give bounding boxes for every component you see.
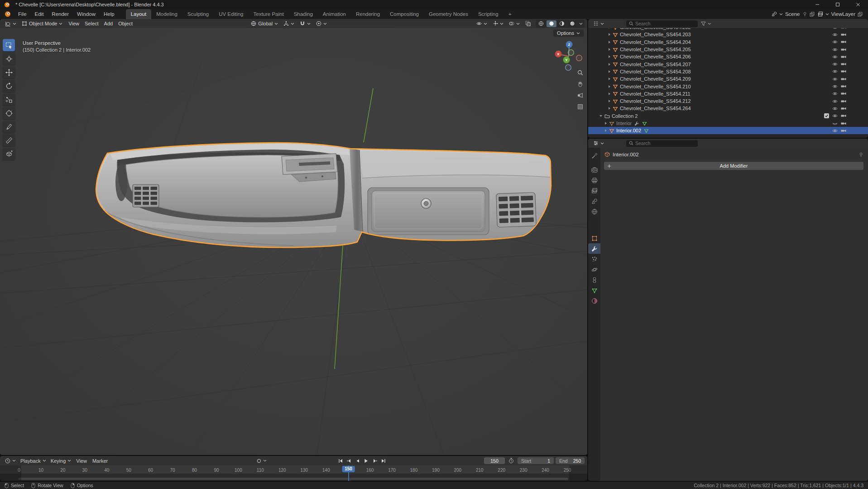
move-tool[interactable] xyxy=(3,66,15,78)
outliner-row[interactable]: Interior xyxy=(588,120,868,127)
workspace-tab[interactable]: Rendering xyxy=(351,9,385,19)
render-camera-icon[interactable] xyxy=(841,28,846,29)
editor-type-button[interactable] xyxy=(591,19,606,28)
axis-neg-x[interactable] xyxy=(576,55,582,61)
hide-eye-icon[interactable] xyxy=(832,62,838,66)
options-dropdown[interactable]: Options xyxy=(553,29,584,37)
render-camera-icon[interactable] xyxy=(841,121,846,126)
viewport-menu-item[interactable]: Select xyxy=(82,19,101,28)
marker-menu[interactable]: Marker xyxy=(90,456,110,465)
hide-eye-icon[interactable] xyxy=(832,99,838,103)
outliner-row[interactable]: Chevrolet_Chevelle_SS454.211 xyxy=(588,90,868,97)
jump-to-end-button[interactable] xyxy=(379,457,388,465)
play-reverse-button[interactable] xyxy=(354,457,362,465)
xray-toggle[interactable] xyxy=(523,19,533,28)
main-menu-item[interactable]: Window xyxy=(73,9,100,19)
expand-icon[interactable] xyxy=(608,92,611,96)
expand-icon[interactable] xyxy=(604,121,607,125)
expand-icon[interactable] xyxy=(608,28,611,29)
rotate-tool[interactable] xyxy=(3,80,15,92)
timeline-ruler[interactable]: 0102030405060708090100110120130140150160… xyxy=(0,465,587,474)
axis-neg-y[interactable] xyxy=(568,50,574,56)
start-frame-field[interactable]: Start 1 xyxy=(518,457,554,464)
transform-tool[interactable] xyxy=(3,107,15,119)
pin-icon[interactable] xyxy=(858,152,863,157)
hide-eye-icon[interactable] xyxy=(832,28,838,29)
jump-to-start-button[interactable] xyxy=(336,457,345,465)
outliner-row[interactable]: Chevrolet_Chevelle_SS454.212 xyxy=(588,97,868,105)
ortho-toggle-icon[interactable] xyxy=(577,104,583,110)
select-box-tool[interactable] xyxy=(3,39,15,51)
cursor-tool[interactable] xyxy=(3,53,15,65)
expand-icon[interactable] xyxy=(608,40,611,44)
gizmos-dropdown[interactable] xyxy=(490,19,506,28)
hide-eye-icon[interactable] xyxy=(832,84,838,88)
tab-view-layer[interactable] xyxy=(588,185,600,196)
viewport-menu-item[interactable]: Object xyxy=(115,19,135,28)
new-viewlayer-icon[interactable] xyxy=(858,12,863,17)
expand-icon[interactable] xyxy=(608,63,611,66)
timeline-scrollbar[interactable] xyxy=(18,478,568,480)
render-camera-icon[interactable] xyxy=(841,55,846,59)
mode-dropdown[interactable]: Object Mode xyxy=(19,19,65,28)
expand-icon[interactable] xyxy=(608,85,611,88)
expand-icon[interactable] xyxy=(608,107,611,110)
workspace-tab[interactable]: Sculpting xyxy=(182,9,214,19)
tab-world[interactable] xyxy=(588,206,600,217)
workspace-tab[interactable]: Animation xyxy=(318,9,351,19)
expand-icon[interactable] xyxy=(608,48,611,51)
current-frame-field[interactable]: 150 xyxy=(484,457,505,464)
expand-icon[interactable] xyxy=(608,55,611,58)
expand-icon[interactable] xyxy=(608,77,611,81)
expand-icon[interactable] xyxy=(604,129,607,132)
workspace-tab[interactable]: Modeling xyxy=(151,9,182,19)
minimize-button[interactable] xyxy=(807,0,827,9)
tab-tool[interactable] xyxy=(588,150,600,161)
outliner-row[interactable]: Chevrolet_Chevelle_SS454.206 xyxy=(588,53,868,60)
render-camera-icon[interactable] xyxy=(841,62,846,66)
stopwatch-icon[interactable] xyxy=(508,458,514,464)
hide-eye-icon[interactable] xyxy=(832,69,838,73)
tab-constraints[interactable] xyxy=(588,275,600,285)
tab-physics[interactable] xyxy=(588,264,600,275)
hide-eye-icon[interactable] xyxy=(832,77,838,81)
playback-menu[interactable]: Playback xyxy=(18,456,48,465)
main-menu-item[interactable]: Help xyxy=(100,9,119,19)
measure-tool[interactable] xyxy=(3,134,15,146)
playhead[interactable]: 150 xyxy=(348,465,349,481)
tab-material[interactable] xyxy=(588,295,600,306)
navigation-gizmo[interactable]: Z X Y xyxy=(551,39,585,73)
collection-checkbox[interactable] xyxy=(824,113,829,118)
workspace-tab[interactable]: Shading xyxy=(289,9,318,19)
main-menu-item[interactable]: Render xyxy=(48,9,73,19)
render-camera-icon[interactable] xyxy=(841,69,846,73)
tab-render[interactable] xyxy=(588,165,600,175)
outliner-row[interactable]: Chevrolet_Chevelle_SS454.208 xyxy=(588,68,868,75)
workspace-tab[interactable]: Scripting xyxy=(473,9,504,19)
viewport-menu-item[interactable]: Add xyxy=(101,19,116,28)
outliner-row[interactable]: Chevrolet_Chevelle_SS454.210 xyxy=(588,82,868,90)
hide-eye-icon[interactable] xyxy=(832,114,838,118)
shading-material-button[interactable] xyxy=(557,20,567,27)
hide-eye-icon[interactable] xyxy=(832,48,838,52)
next-keyframe-button[interactable] xyxy=(371,457,379,465)
prev-keyframe-button[interactable] xyxy=(345,457,354,465)
outliner-row[interactable]: Chevrolet_Chevelle_SS454.264 xyxy=(588,105,868,112)
new-scene-icon[interactable] xyxy=(810,12,815,17)
viewport-menu-item[interactable]: View xyxy=(66,19,82,28)
workspace-tab[interactable]: UV Editing xyxy=(214,9,248,19)
hide-eye-icon[interactable] xyxy=(832,129,838,133)
render-camera-icon[interactable] xyxy=(841,40,846,44)
tab-output[interactable] xyxy=(588,175,600,185)
overlays-dropdown[interactable] xyxy=(507,19,522,28)
viewport-canvas[interactable]: User Perspective (150) Collection 2 | In… xyxy=(0,28,587,455)
render-camera-icon[interactable] xyxy=(841,129,846,133)
workspace-tab[interactable]: Compositing xyxy=(385,9,424,19)
shading-rendered-button[interactable] xyxy=(567,20,577,27)
pan-hand-icon[interactable] xyxy=(577,81,583,87)
keying-menu[interactable]: Keying xyxy=(48,456,74,465)
editor-type-button[interactable] xyxy=(591,139,606,148)
pin-icon[interactable] xyxy=(802,12,807,17)
annotate-tool[interactable] xyxy=(3,121,15,133)
tab-scene[interactable] xyxy=(588,196,600,206)
